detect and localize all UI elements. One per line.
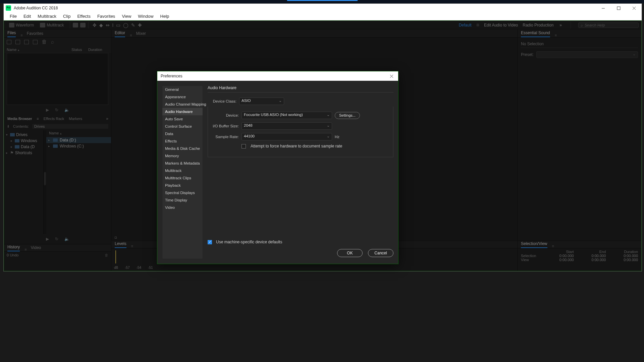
workspace-default[interactable]: Default (459, 23, 472, 27)
new-file-icon[interactable] (24, 40, 29, 44)
pref-cat-playback[interactable]: Playback (162, 182, 203, 189)
play-icon[interactable]: ▶ (46, 237, 49, 241)
titlebar[interactable]: Adobe Audition CC 2018 (4, 4, 642, 12)
tool-move-icon[interactable]: ✥ (91, 22, 98, 28)
workspace-more-icon[interactable]: » (558, 23, 563, 27)
pref-cat-data[interactable]: Data (162, 130, 203, 137)
close-button[interactable] (626, 4, 642, 12)
tab-files[interactable]: Files (7, 31, 16, 37)
tab-editor[interactable]: Editor (115, 31, 125, 37)
tool-lasso-icon[interactable]: ◯ (122, 22, 130, 28)
tool-spectral-icon[interactable] (80, 23, 86, 27)
contents-path[interactable]: Drives (32, 124, 108, 129)
files-list[interactable] (7, 53, 108, 105)
menu-clip[interactable]: Clip (60, 13, 74, 20)
menu-window[interactable]: Window (135, 13, 157, 20)
autoplay-icon[interactable]: 🔈 (64, 108, 69, 112)
pref-cat-effects[interactable]: Effects (162, 137, 203, 145)
tab-selection-view[interactable]: Selection/View (521, 241, 547, 248)
menu-effects[interactable]: Effects (74, 13, 94, 20)
pref-cat-audio-hardware[interactable]: Audio Hardware (162, 108, 203, 115)
pref-cat-control-surface[interactable]: Control Surface (162, 123, 203, 130)
tree-scrollbar[interactable] (44, 130, 46, 234)
selection-view-menu-icon[interactable]: ≡ (552, 244, 554, 248)
import-icon[interactable]: ⬇ (7, 124, 10, 129)
caret-right-icon[interactable]: ▸ (48, 138, 51, 142)
dialog-close-button[interactable] (385, 71, 398, 81)
help-search-input[interactable] (585, 23, 632, 27)
sv-value[interactable]: 0:00.000 (542, 258, 574, 262)
tab-effects-rack[interactable]: Effects Rack (44, 117, 64, 121)
device-class-select[interactable]: ASIO (239, 98, 284, 105)
tab-essential-sound[interactable]: Essential Sound (521, 31, 550, 37)
autoplay-icon[interactable]: 🔈 (64, 237, 69, 241)
pref-cat-spectral-displays[interactable]: Spectral Displays (162, 189, 203, 196)
pref-cat-multitrack-clips[interactable]: Multitrack Clips (162, 174, 203, 182)
preset-select[interactable] (536, 51, 638, 58)
sample-rate-select[interactable]: 44100 (241, 133, 332, 140)
dialog-titlebar[interactable]: Preferences (157, 71, 398, 81)
ok-button[interactable]: OK (337, 249, 363, 257)
col-name[interactable]: Name▲ (7, 48, 71, 52)
sv-value[interactable]: 0:00.000 (606, 258, 638, 262)
menu-view[interactable]: View (118, 13, 135, 20)
pref-cat-audio-channel-mapping[interactable]: Audio Channel Mapping (162, 101, 203, 108)
tab-markers[interactable]: Markers (69, 117, 82, 121)
minimize-button[interactable] (595, 4, 611, 12)
list-item-label[interactable]: Data (D:) (60, 138, 76, 142)
pref-cat-general[interactable]: General (162, 86, 203, 93)
menu-multitrack[interactable]: Multitrack (34, 13, 60, 20)
col-status[interactable]: Status (71, 48, 88, 52)
tool-brush-icon[interactable]: ✎ (130, 22, 137, 28)
force-sample-rate-checkbox[interactable] (241, 144, 246, 148)
pref-cat-auto-save[interactable]: Auto Save (162, 115, 203, 123)
machine-defaults-checkbox[interactable] (208, 240, 212, 244)
sv-value[interactable]: 0:00.000 (574, 258, 606, 262)
open-file-icon[interactable] (7, 40, 11, 44)
levels-menu-icon[interactable]: ≡ (131, 244, 133, 248)
buffer-select[interactable]: 2048 (241, 122, 332, 130)
sv-value[interactable]: 0:00.000 (606, 254, 638, 258)
tree-label[interactable]: Shortcuts (15, 150, 32, 155)
tab-media-browser[interactable]: Media Browser (7, 117, 32, 121)
menu-help[interactable]: Help (157, 13, 173, 20)
preferences-category-list[interactable]: General Appearance Audio Channel Mapping… (162, 85, 203, 259)
tree-label[interactable]: Data (D (21, 144, 35, 149)
cancel-button[interactable]: Cancel (368, 249, 393, 257)
sv-value[interactable]: 0:00.000 (574, 254, 606, 258)
pref-cat-media-disk-cache[interactable]: Media & Disk Cache (162, 145, 203, 152)
pref-cat-time-display[interactable]: Time Display (162, 196, 203, 204)
scrollbar-thumb[interactable] (44, 172, 46, 185)
media-list-header[interactable]: Name▲ (46, 130, 111, 137)
menu-edit[interactable]: Edit (20, 13, 34, 20)
loop-icon[interactable]: ↻ (55, 108, 58, 112)
workspace-default-menu-icon[interactable]: ≡ (476, 22, 479, 28)
workspace-radio[interactable]: Radio Production (523, 23, 553, 27)
new-multitrack-icon[interactable] (33, 40, 38, 44)
tree-label[interactable]: Drives (16, 132, 28, 137)
maximize-button[interactable] (611, 4, 626, 12)
pref-cat-memory[interactable]: Memory (162, 152, 203, 160)
tree-label[interactable]: Windows (21, 138, 37, 143)
menu-file[interactable]: File (6, 13, 20, 20)
media-list[interactable]: Name▲ ▸ Data (D:) ▸ Windows (C:) (46, 130, 111, 234)
tab-mixer[interactable]: Mixer (136, 31, 146, 37)
media-browser-menu-icon[interactable]: ≡ (37, 117, 39, 121)
essential-sound-menu-icon[interactable]: ≡ (555, 33, 557, 37)
caret-right-icon[interactable]: ▸ (48, 144, 51, 148)
tab-favorites[interactable]: Favorites (27, 31, 43, 37)
search-icon[interactable]: ⌕ (51, 39, 54, 45)
pref-cat-multitrack[interactable]: Multitrack (162, 167, 203, 174)
loop-icon[interactable]: ↻ (55, 237, 58, 241)
caret-down-icon[interactable]: ▾ (6, 133, 9, 136)
tab-video[interactable]: Video (31, 245, 41, 251)
tab-levels[interactable]: Levels (115, 241, 126, 248)
pref-cat-video[interactable]: Video (162, 204, 203, 211)
history-menu-icon[interactable]: ≡ (24, 247, 26, 251)
tool-razor-icon[interactable]: ◆ (98, 22, 104, 28)
files-panel-menu-icon[interactable]: ≡ (20, 33, 22, 37)
trash-icon[interactable]: 🗑 (105, 253, 108, 257)
tool-time-icon[interactable]: I (111, 22, 115, 28)
pref-cat-appearance[interactable]: Appearance (162, 93, 203, 101)
tool-rect-icon[interactable] (73, 23, 78, 27)
